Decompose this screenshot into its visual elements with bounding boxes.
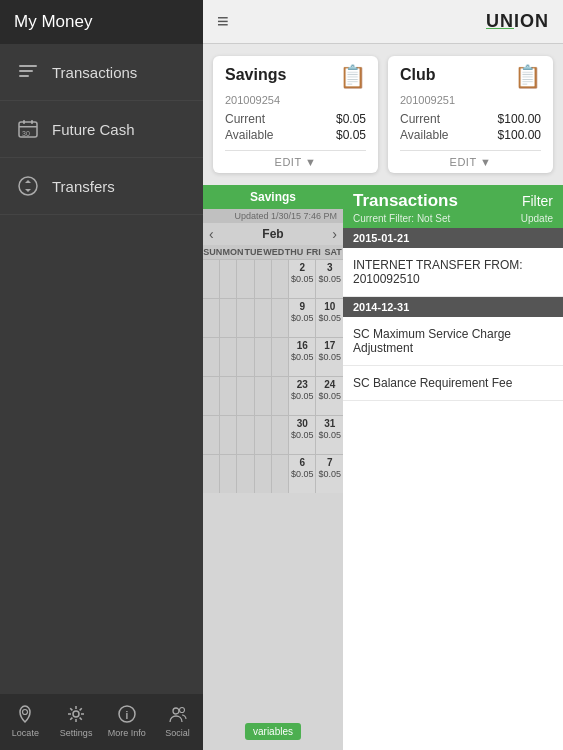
cal-cell[interactable]: 10$0.05: [316, 299, 343, 337]
cal-cell-empty: [237, 299, 254, 337]
calendar-update: Updated 1/30/15 7:46 PM: [203, 209, 343, 223]
bottom-settings-label: Settings: [60, 728, 93, 738]
sidebar-label-future-cash: Future Cash: [52, 121, 135, 138]
account-name-club: Club: [400, 66, 436, 84]
cal-next-btn[interactable]: ›: [332, 226, 337, 242]
svg-rect-2: [19, 75, 29, 77]
cal-cell[interactable]: 23$0.05: [289, 377, 317, 415]
cal-week-2: 9$0.05 10$0.05: [203, 298, 343, 337]
content-area: Savings Updated 1/30/15 7:46 PM ‹ Feb › …: [203, 185, 563, 750]
trans-item[interactable]: SC Balance Requirement Fee: [343, 366, 563, 401]
cal-cell-empty: [203, 455, 220, 493]
cal-cell-empty: [203, 416, 220, 454]
cal-cell-empty: [220, 260, 237, 298]
cal-month: Feb: [262, 227, 283, 241]
svg-rect-0: [19, 65, 37, 67]
cal-cell-empty: [237, 455, 254, 493]
calendar-grid: SUN MON TUE WED THU FRI SAT 2$0.05 3$0: [203, 245, 343, 493]
bottom-locate[interactable]: Locate: [0, 702, 51, 746]
cal-cell[interactable]: 2$0.05: [289, 260, 317, 298]
update-label[interactable]: Update: [521, 213, 553, 224]
cal-cell-empty: [272, 299, 289, 337]
cal-cell-empty: [255, 299, 272, 337]
cal-cell-empty: [255, 260, 272, 298]
account-available-row-club: Available $100.00: [400, 128, 541, 142]
sidebar-title: My Money: [14, 12, 92, 32]
map-icon: [13, 702, 37, 726]
cal-week-3: 16$0.05 17$0.05: [203, 337, 343, 376]
trans-item[interactable]: SC Maximum Service Charge Adjustment: [343, 317, 563, 366]
sidebar-bottom-nav: Locate Settings i More Info: [0, 694, 203, 750]
info-icon: i: [115, 702, 139, 726]
calendar-panel: Savings Updated 1/30/15 7:46 PM ‹ Feb › …: [203, 185, 343, 750]
cal-cell[interactable]: 30$0.05: [289, 416, 317, 454]
bottom-more-info[interactable]: i More Info: [102, 702, 153, 746]
menu-button[interactable]: ≡: [217, 10, 229, 33]
account-card-club: Club 📋 201009251 Current $100.00 Availab…: [388, 56, 553, 173]
cal-cell-empty: [237, 338, 254, 376]
trans-date-header-2: 2014-12-31: [343, 297, 563, 317]
sidebar-item-transactions[interactable]: Transactions: [0, 44, 203, 101]
cal-cell-empty: [255, 416, 272, 454]
cal-cell[interactable]: 16$0.05: [289, 338, 317, 376]
account-number-savings: 201009254: [225, 94, 366, 106]
calendar-icon: 30: [14, 115, 42, 143]
trans-header-top: Transactions Filter: [353, 191, 553, 211]
transactions-title: Transactions: [353, 191, 458, 211]
cal-cell[interactable]: 31$0.05: [316, 416, 343, 454]
account-card-top: Savings 📋: [225, 66, 366, 90]
cal-cell[interactable]: 17$0.05: [316, 338, 343, 376]
cal-cell-empty: [203, 338, 220, 376]
note-icon-club: 📋: [514, 64, 541, 90]
cal-cell-empty: [272, 338, 289, 376]
cal-cell[interactable]: 3$0.05: [316, 260, 343, 298]
cal-cell-empty: [255, 338, 272, 376]
bottom-social[interactable]: Social: [152, 702, 203, 746]
bottom-settings[interactable]: Settings: [51, 702, 102, 746]
account-card-savings: Savings 📋 201009254 Current $0.05 Availa…: [213, 56, 378, 173]
filter-status: Current Filter: Not Set: [353, 213, 450, 224]
note-icon-savings: 📋: [339, 64, 366, 90]
cal-cell-empty: [255, 377, 272, 415]
sidebar-item-transfers[interactable]: Transfers: [0, 158, 203, 215]
cal-cell-empty: [220, 377, 237, 415]
cal-cell[interactable]: 7$0.05: [316, 455, 343, 493]
variables-tab[interactable]: variables: [245, 723, 301, 740]
sidebar-item-future-cash[interactable]: 30 Future Cash: [0, 101, 203, 158]
transactions-list: 2015-01-21 INTERNET TRANSFER FROM: 20100…: [343, 228, 563, 750]
trans-date-header-1: 2015-01-21: [343, 228, 563, 248]
cal-week-1: 2$0.05 3$0.05: [203, 259, 343, 298]
trans-item[interactable]: INTERNET TRANSFER FROM: 2010092510: [343, 248, 563, 297]
cal-cell-empty: [272, 416, 289, 454]
cal-cell-empty: [237, 377, 254, 415]
transactions-header: Transactions Filter Current Filter: Not …: [343, 185, 563, 228]
cal-prev-btn[interactable]: ‹: [209, 226, 214, 242]
cal-cell-empty: [272, 377, 289, 415]
svg-rect-5: [31, 120, 33, 124]
svg-text:i: i: [125, 710, 128, 721]
cal-cell-empty: [220, 338, 237, 376]
cal-cell[interactable]: 6$0.05: [289, 455, 317, 493]
bottom-locate-label: Locate: [12, 728, 39, 738]
accounts-row: Savings 📋 201009254 Current $0.05 Availa…: [203, 44, 563, 185]
account-name-savings: Savings: [225, 66, 286, 84]
filter-button[interactable]: Filter: [522, 193, 553, 209]
bottom-social-label: Social: [165, 728, 190, 738]
calendar-header: Savings: [203, 185, 343, 209]
cal-week-5: 30$0.05 31$0.05: [203, 415, 343, 454]
account-current-row-savings: Current $0.05: [225, 112, 366, 126]
cal-cell[interactable]: 9$0.05: [289, 299, 317, 337]
account-edit-savings[interactable]: EDIT ▼: [225, 150, 366, 173]
svg-point-14: [179, 708, 184, 713]
cal-cell-empty: [220, 299, 237, 337]
cal-cell-empty: [203, 299, 220, 337]
bottom-more-info-label: More Info: [108, 728, 146, 738]
cal-cell[interactable]: 24$0.05: [316, 377, 343, 415]
account-current-row-club: Current $100.00: [400, 112, 541, 126]
transactions-icon: [14, 58, 42, 86]
cal-week-6: 6$0.05 7$0.05: [203, 454, 343, 493]
account-edit-club[interactable]: EDIT ▼: [400, 150, 541, 173]
cal-cell-empty: [237, 416, 254, 454]
cal-week-4: 23$0.05 24$0.05: [203, 376, 343, 415]
cal-cell-empty: [203, 260, 220, 298]
